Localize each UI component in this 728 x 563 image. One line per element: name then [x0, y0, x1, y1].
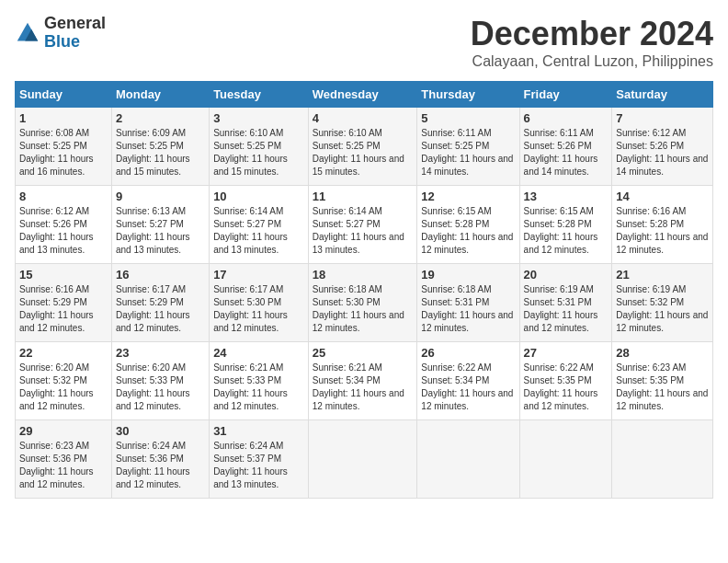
calendar-cell: 30 Sunrise: 6:24 AMSunset: 5:36 PMDaylig…: [111, 420, 209, 499]
day-number: 3: [213, 111, 304, 125]
day-number: 4: [313, 111, 414, 125]
calendar-cell: 9 Sunrise: 6:13 AMSunset: 5:27 PMDayligh…: [111, 186, 209, 264]
location-title: Calayaan, Central Luzon, Philippines: [471, 53, 713, 70]
day-number: 12: [421, 190, 515, 203]
day-number: 1: [19, 111, 108, 125]
day-number: 20: [524, 268, 609, 282]
day-number: 18: [313, 268, 414, 282]
calendar-header-row: SundayMondayTuesdayWednesdayThursdayFrid…: [16, 82, 713, 108]
calendar-week-row: 15 Sunrise: 6:16 AMSunset: 5:29 PMDaylig…: [16, 264, 713, 342]
page-header: General Blue December 2024 Calayaan, Cen…: [15, 15, 713, 70]
calendar-cell: 2 Sunrise: 6:09 AMSunset: 5:25 PMDayligh…: [111, 108, 209, 186]
day-number: 5: [421, 111, 515, 125]
day-number: 16: [116, 268, 205, 282]
calendar-cell: 27 Sunrise: 6:22 AMSunset: 5:35 PMDaylig…: [519, 342, 612, 420]
logo-blue: Blue: [44, 33, 106, 52]
day-info: Sunrise: 6:13 AMSunset: 5:27 PMDaylight:…: [116, 206, 190, 255]
calendar-cell: 25 Sunrise: 6:21 AMSunset: 5:34 PMDaylig…: [308, 342, 417, 420]
day-number: 24: [213, 346, 304, 360]
calendar-cell: 14 Sunrise: 6:16 AMSunset: 5:28 PMDaylig…: [612, 186, 713, 264]
day-number: 26: [421, 346, 515, 360]
day-info: Sunrise: 6:15 AMSunset: 5:28 PMDaylight:…: [421, 206, 513, 255]
day-number: 19: [421, 268, 515, 282]
calendar-cell: 20 Sunrise: 6:19 AMSunset: 5:31 PMDaylig…: [519, 264, 612, 342]
calendar-cell: 5 Sunrise: 6:11 AMSunset: 5:25 PMDayligh…: [417, 108, 519, 186]
calendar-cell: 28 Sunrise: 6:23 AMSunset: 5:35 PMDaylig…: [612, 342, 713, 420]
calendar-cell: 13 Sunrise: 6:15 AMSunset: 5:28 PMDaylig…: [519, 186, 612, 264]
day-info: Sunrise: 6:12 AMSunset: 5:26 PMDaylight:…: [616, 128, 708, 177]
calendar-cell: 15 Sunrise: 6:16 AMSunset: 5:29 PMDaylig…: [16, 264, 112, 342]
header-thursday: Thursday: [417, 82, 519, 108]
calendar-cell: 26 Sunrise: 6:22 AMSunset: 5:34 PMDaylig…: [417, 342, 519, 420]
day-info: Sunrise: 6:21 AMSunset: 5:34 PMDaylight:…: [313, 362, 404, 411]
day-info: Sunrise: 6:11 AMSunset: 5:25 PMDaylight:…: [421, 128, 513, 177]
day-info: Sunrise: 6:17 AMSunset: 5:30 PMDaylight:…: [213, 284, 288, 333]
calendar-cell: [417, 420, 519, 499]
day-number: 23: [116, 346, 205, 360]
calendar-week-row: 1 Sunrise: 6:08 AMSunset: 5:25 PMDayligh…: [16, 108, 713, 186]
day-number: 10: [213, 190, 304, 203]
calendar-table: SundayMondayTuesdayWednesdayThursdayFrid…: [15, 81, 713, 499]
calendar-cell: 6 Sunrise: 6:11 AMSunset: 5:26 PMDayligh…: [519, 108, 612, 186]
day-number: 9: [116, 190, 205, 203]
calendar-cell: 11 Sunrise: 6:14 AMSunset: 5:27 PMDaylig…: [308, 186, 417, 264]
day-number: 27: [524, 346, 609, 360]
day-info: Sunrise: 6:24 AMSunset: 5:37 PMDaylight:…: [213, 441, 288, 489]
calendar-cell: 22 Sunrise: 6:20 AMSunset: 5:32 PMDaylig…: [16, 342, 112, 420]
day-number: 29: [19, 424, 108, 438]
logo-icon: [15, 20, 40, 46]
day-number: 2: [116, 111, 205, 125]
day-number: 30: [116, 424, 205, 438]
day-info: Sunrise: 6:24 AMSunset: 5:36 PMDaylight:…: [116, 441, 190, 489]
day-info: Sunrise: 6:12 AMSunset: 5:26 PMDaylight:…: [19, 206, 94, 255]
day-number: 17: [213, 268, 304, 282]
header-sunday: Sunday: [16, 82, 112, 108]
calendar-week-row: 8 Sunrise: 6:12 AMSunset: 5:26 PMDayligh…: [16, 186, 713, 264]
logo: General Blue: [15, 15, 106, 52]
day-number: 21: [616, 268, 709, 282]
day-info: Sunrise: 6:20 AMSunset: 5:32 PMDaylight:…: [19, 362, 94, 411]
day-info: Sunrise: 6:14 AMSunset: 5:27 PMDaylight:…: [313, 206, 404, 255]
day-info: Sunrise: 6:23 AMSunset: 5:35 PMDaylight:…: [616, 362, 708, 411]
day-number: 15: [19, 268, 108, 282]
logo-text: General Blue: [44, 15, 106, 52]
header-wednesday: Wednesday: [308, 82, 417, 108]
day-info: Sunrise: 6:15 AMSunset: 5:28 PMDaylight:…: [524, 206, 598, 255]
logo-general: General: [44, 15, 106, 33]
day-info: Sunrise: 6:17 AMSunset: 5:29 PMDaylight:…: [116, 284, 190, 333]
day-info: Sunrise: 6:19 AMSunset: 5:32 PMDaylight:…: [616, 284, 708, 333]
day-number: 11: [313, 190, 414, 203]
calendar-cell: 16 Sunrise: 6:17 AMSunset: 5:29 PMDaylig…: [111, 264, 209, 342]
calendar-cell: 7 Sunrise: 6:12 AMSunset: 5:26 PMDayligh…: [612, 108, 713, 186]
calendar-week-row: 29 Sunrise: 6:23 AMSunset: 5:36 PMDaylig…: [16, 420, 713, 499]
day-info: Sunrise: 6:11 AMSunset: 5:26 PMDaylight:…: [524, 128, 598, 177]
day-info: Sunrise: 6:18 AMSunset: 5:31 PMDaylight:…: [421, 284, 513, 333]
day-info: Sunrise: 6:19 AMSunset: 5:31 PMDaylight:…: [524, 284, 598, 333]
day-info: Sunrise: 6:10 AMSunset: 5:25 PMDaylight:…: [313, 128, 404, 177]
calendar-cell: 19 Sunrise: 6:18 AMSunset: 5:31 PMDaylig…: [417, 264, 519, 342]
calendar-cell: 1 Sunrise: 6:08 AMSunset: 5:25 PMDayligh…: [16, 108, 112, 186]
calendar-cell: 8 Sunrise: 6:12 AMSunset: 5:26 PMDayligh…: [16, 186, 112, 264]
day-number: 22: [19, 346, 108, 360]
calendar-cell: 10 Sunrise: 6:14 AMSunset: 5:27 PMDaylig…: [210, 186, 309, 264]
calendar-week-row: 22 Sunrise: 6:20 AMSunset: 5:32 PMDaylig…: [16, 342, 713, 420]
day-number: 8: [19, 190, 108, 203]
calendar-cell: 12 Sunrise: 6:15 AMSunset: 5:28 PMDaylig…: [417, 186, 519, 264]
day-info: Sunrise: 6:08 AMSunset: 5:25 PMDaylight:…: [19, 128, 94, 177]
day-info: Sunrise: 6:10 AMSunset: 5:25 PMDaylight:…: [213, 128, 288, 177]
day-number: 7: [616, 111, 709, 125]
day-info: Sunrise: 6:21 AMSunset: 5:33 PMDaylight:…: [213, 362, 288, 411]
day-info: Sunrise: 6:22 AMSunset: 5:35 PMDaylight:…: [524, 362, 598, 411]
calendar-cell: [519, 420, 612, 499]
calendar-cell: 3 Sunrise: 6:10 AMSunset: 5:25 PMDayligh…: [210, 108, 309, 186]
day-info: Sunrise: 6:16 AMSunset: 5:29 PMDaylight:…: [19, 284, 94, 333]
day-info: Sunrise: 6:18 AMSunset: 5:30 PMDaylight:…: [313, 284, 404, 333]
header-friday: Friday: [519, 82, 612, 108]
day-info: Sunrise: 6:09 AMSunset: 5:25 PMDaylight:…: [116, 128, 190, 177]
day-info: Sunrise: 6:14 AMSunset: 5:27 PMDaylight:…: [213, 206, 288, 255]
calendar-cell: 31 Sunrise: 6:24 AMSunset: 5:37 PMDaylig…: [210, 420, 309, 499]
calendar-cell: 17 Sunrise: 6:17 AMSunset: 5:30 PMDaylig…: [210, 264, 309, 342]
header-saturday: Saturday: [612, 82, 713, 108]
calendar-cell: 4 Sunrise: 6:10 AMSunset: 5:25 PMDayligh…: [308, 108, 417, 186]
day-number: 6: [524, 111, 609, 125]
